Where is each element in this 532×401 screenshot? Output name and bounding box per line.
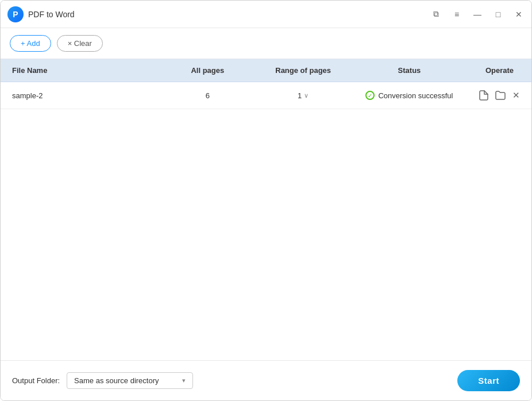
cell-range[interactable]: 1 ∨ [256, 82, 351, 109]
menu-icon[interactable]: ≡ [451, 9, 462, 20]
remove-file-icon[interactable]: ✕ [512, 90, 520, 101]
output-folder-label: Output Folder: [12, 376, 60, 385]
cell-operate: ✕ [468, 82, 531, 109]
minimize-icon[interactable]: — [472, 9, 483, 20]
close-window-icon[interactable]: ✕ [513, 9, 525, 20]
col-header-allpages: All pages [160, 59, 255, 82]
table-header-row: File Name All pages Range of pages Statu… [1, 59, 531, 82]
start-button[interactable]: Start [457, 370, 520, 391]
folder-select-dropdown[interactable]: Same as source directory ▾ [67, 372, 193, 389]
output-folder-section: Output Folder: Same as source directory … [12, 372, 193, 389]
status-badge: ✓Conversion successful [365, 91, 453, 100]
maximize-icon[interactable]: □ [492, 9, 504, 20]
chevron-down-icon: ▾ [182, 377, 186, 384]
title-bar-left: P PDF to Word [7, 6, 75, 22]
cell-status: ✓Conversion successful [351, 82, 468, 109]
clear-label: × Clear [68, 39, 92, 48]
toolbar: + Add × Clear [1, 28, 531, 59]
clear-button[interactable]: × Clear [57, 35, 103, 52]
app-icon: P [7, 6, 24, 22]
external-link-icon[interactable]: ⧉ [430, 9, 442, 20]
folder-select-value: Same as source directory [74, 376, 159, 385]
cell-allpages: 6 [160, 82, 255, 109]
title-bar: P PDF to Word ⧉ ≡ — □ ✕ [1, 1, 531, 28]
open-folder-icon[interactable] [495, 91, 506, 100]
open-file-icon[interactable] [479, 90, 488, 101]
check-circle-icon: ✓ [365, 91, 375, 100]
col-header-range: Range of pages [256, 59, 351, 82]
start-label: Start [478, 376, 499, 385]
app-title: PDF to Word [28, 10, 75, 19]
col-header-operate: Operate [468, 59, 531, 82]
col-header-status: Status [351, 59, 468, 82]
file-table-container: File Name All pages Range of pages Statu… [1, 59, 531, 360]
range-dropdown[interactable]: 1 ∨ [298, 91, 309, 100]
cell-filename: sample-2 [1, 82, 160, 109]
title-bar-controls: ⧉ ≡ — □ ✕ [430, 9, 525, 20]
file-table: File Name All pages Range of pages Statu… [1, 59, 531, 109]
add-button[interactable]: + Add [10, 35, 51, 52]
chevron-down-icon: ∨ [304, 92, 309, 99]
footer: Output Folder: Same as source directory … [1, 360, 531, 400]
add-label: + Add [21, 39, 40, 48]
table-row: sample-261 ∨✓Conversion successful ✕ [1, 82, 531, 109]
col-header-filename: File Name [1, 59, 160, 82]
